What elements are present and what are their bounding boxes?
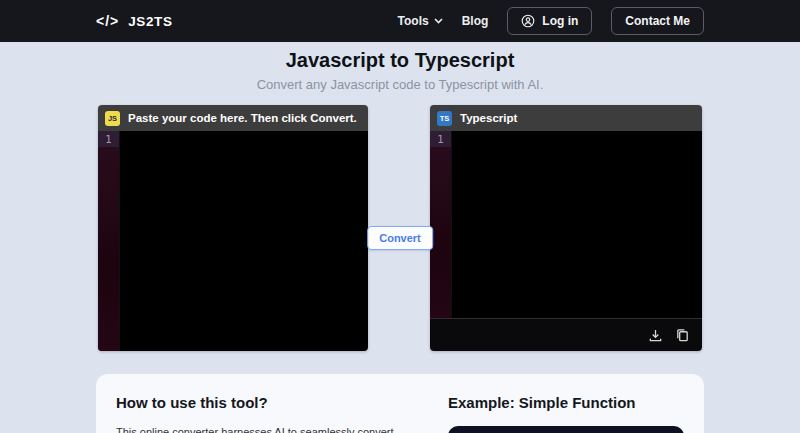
user-circle-icon [521, 14, 535, 28]
logo-text: JS2TS [128, 14, 172, 29]
copy-button[interactable] [675, 328, 690, 343]
nav-item-blog[interactable]: Blog [462, 14, 489, 28]
js-editor-header: JS Paste your code here. Then click Conv… [98, 105, 368, 131]
ts-badge-icon: TS [437, 111, 452, 126]
nav-item-tools[interactable]: Tools [398, 14, 443, 28]
example-column: Example: Simple Function Javascript [448, 394, 684, 433]
ts-editor-toolbar [430, 318, 702, 351]
js-code-input[interactable]: 1 [98, 131, 368, 351]
login-button-label: Log in [542, 14, 578, 28]
page-title: Javascript to Typescript [0, 49, 800, 71]
top-navbar: </> JS2TS Tools Blog Log in Contact Me [0, 0, 800, 42]
ts-editor-title: Typescript [460, 112, 517, 124]
contact-button-label: Contact Me [625, 14, 690, 28]
example-title: Example: Simple Function [448, 394, 684, 412]
ts-line-gutter: 1 [430, 131, 451, 318]
ts-editor-header: TS Typescript [430, 105, 702, 131]
js-line-gutter: 1 [98, 131, 119, 351]
contact-button[interactable]: Contact Me [611, 7, 704, 35]
js-badge-icon: JS [105, 111, 120, 126]
download-button[interactable] [648, 328, 663, 343]
page-subtitle: Convert any Javascript code to Typescrip… [0, 77, 800, 92]
example-code-block: Javascript [448, 426, 684, 433]
navbar-inner: </> JS2TS Tools Blog Log in Contact Me [96, 7, 704, 35]
convert-button[interactable]: Convert [367, 226, 433, 250]
hero-section: Javascript to Typescript Convert any Jav… [0, 42, 800, 92]
nav-blog-label: Blog [462, 14, 489, 28]
info-section: How to use this tool? This online conver… [96, 374, 704, 433]
js-editor-panel: JS Paste your code here. Then click Conv… [98, 105, 368, 351]
logo[interactable]: </> JS2TS [96, 13, 173, 29]
chevron-down-icon [434, 18, 443, 24]
how-to-column: How to use this tool? This online conver… [116, 394, 412, 433]
line-number: 1 [98, 131, 119, 147]
ts-editor-panel: TS Typescript 1 [430, 105, 702, 351]
how-to-text: This online converter harnesses AI to se… [116, 424, 412, 433]
js-editor-title: Paste your code here. Then click Convert… [128, 112, 357, 124]
how-to-title: How to use this tool? [116, 394, 412, 412]
navbar-menu: Tools Blog Log in Contact Me [398, 7, 704, 35]
nav-tools-label: Tools [398, 14, 429, 28]
js-code-area[interactable] [119, 131, 368, 351]
copy-icon [675, 328, 690, 343]
code-logo-icon: </> [96, 13, 119, 29]
ts-code-output[interactable]: 1 [430, 131, 702, 318]
converter-area: JS Paste your code here. Then click Conv… [98, 105, 702, 351]
download-icon [648, 328, 663, 343]
line-number: 1 [430, 131, 451, 147]
ts-code-area[interactable] [451, 131, 702, 318]
login-button[interactable]: Log in [507, 7, 592, 35]
